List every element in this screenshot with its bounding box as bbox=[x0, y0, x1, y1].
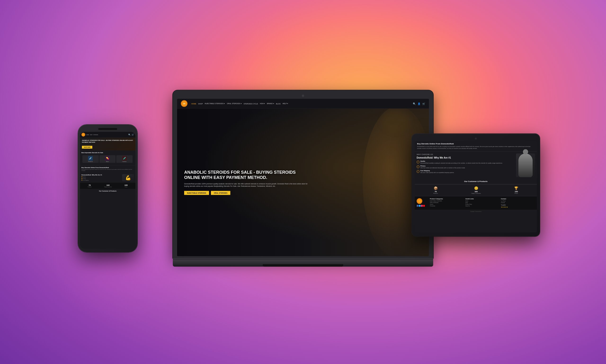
nav-shop[interactable]: SHOP bbox=[198, 103, 203, 104]
quality-dot bbox=[81, 176, 82, 177]
star-3: ★ bbox=[504, 206, 505, 208]
star-5: ★ bbox=[507, 206, 508, 208]
footer-link-privacy[interactable]: Privacy Policy bbox=[465, 204, 500, 205]
tablet-why-image bbox=[516, 153, 535, 177]
phone-privacy-label: Privacy bbox=[83, 178, 86, 179]
tablet-social-icons: f t i y bbox=[417, 205, 428, 207]
phone-cat-testosterone-label: Testosterone bbox=[83, 161, 98, 162]
trustpilot-section: Trustpilot ★ ★ ★ ★ ★ bbox=[501, 204, 535, 208]
phone-customers-title: Our Customer & Products bbox=[81, 190, 134, 192]
phone-stat-customers: 160 Happy Customers bbox=[104, 184, 112, 187]
nav-user-icon[interactable]: 👤 bbox=[418, 102, 421, 105]
shipping-dot bbox=[81, 180, 82, 181]
hero-content: ANABOLIC STEROIDS FOR SALE - BUYING STER… bbox=[177, 165, 316, 199]
footer-anavar[interactable]: Anavar bbox=[430, 204, 464, 205]
phone-cat-anavar-label: Anavar bbox=[100, 161, 115, 162]
footer-injectable[interactable]: INJECTABLE STEROIDS bbox=[430, 200, 464, 202]
facebook-icon[interactable]: f bbox=[417, 205, 419, 207]
footer-contact-title: Contact bbox=[501, 198, 535, 199]
nav-hgh[interactable]: HGH ▾ bbox=[260, 103, 265, 104]
nav-injectable-steroids[interactable]: INJECTABLE STEROIDS ▾ bbox=[205, 103, 225, 104]
tablet-top-section: Buy Steroids Online From DomesticRoid Do… bbox=[415, 141, 537, 152]
hero-buttons: INJECTABLE STEROIDS ORAL STEROIDS bbox=[184, 191, 308, 195]
laptop-web-content: DR HOME SHOP INJECTABLE STEROIDS ▾ ORAL … bbox=[177, 99, 429, 256]
tablet-footer-links: Useful Links Home Shop Privacy Policy Ab… bbox=[465, 198, 500, 208]
tablet-why-text: WHY CHOOSE US DomesticRoid: Why We Are #… bbox=[417, 153, 514, 177]
phone-stats: 70 Products 160 Happy Customers 100 Orde… bbox=[80, 183, 135, 189]
orders-stat-icon: 🏆 bbox=[514, 186, 518, 190]
hero-subtitle: DomesticRoid provides 100% premium quali… bbox=[184, 182, 308, 187]
twitter-icon[interactable]: t bbox=[419, 205, 421, 207]
tablet-stats: 📦 70 Products 😊 160 Happy Customers 🏆 10… bbox=[415, 184, 537, 196]
phone-shop-button[interactable]: SHOP NOW bbox=[82, 145, 92, 148]
phone-hero-title: ANABOLIC STEROIDS FOR SALE - BUYING STER… bbox=[82, 140, 133, 143]
tablet-web-content: Buy Steroids Online From DomesticRoid Do… bbox=[415, 141, 537, 233]
quality-feature-icon: ✓ bbox=[417, 160, 420, 163]
footer-email: ✉ Email bbox=[501, 202, 535, 203]
tablet-footer-contact: Contact 📞 Phone ✉ Email Trustpilot ★ ★ ★… bbox=[501, 198, 535, 208]
hero-athlete-area bbox=[303, 109, 429, 256]
testosterone-icon: 💉 bbox=[88, 156, 93, 160]
footer-oral[interactable]: ORAL STEROIDS bbox=[430, 202, 464, 203]
phone-logo bbox=[81, 133, 85, 137]
nav-blog[interactable]: BLOG bbox=[276, 103, 280, 104]
phone-why-shipping: Fast Shipping bbox=[81, 180, 121, 181]
phone-device: HOME SHOP STEROIDS 🔍 🛒 ANABOLIC STEROIDS… bbox=[78, 125, 137, 252]
phone-stat-products-number: 70 bbox=[88, 184, 92, 186]
nav-help[interactable]: HELP ▾ bbox=[282, 103, 288, 104]
privacy-feature-desc: All of our orders are delivered discreet… bbox=[421, 167, 465, 169]
footer-link-about[interactable]: About Us bbox=[465, 206, 500, 207]
phone-stat-products-label: Products bbox=[88, 186, 92, 187]
nav-steroids-cycle[interactable]: STEROIDS CYCLE bbox=[244, 103, 258, 104]
phone-cat-trenbolone[interactable]: 🧪 Trenbolone bbox=[116, 155, 132, 163]
phone-cat-anavar[interactable]: 💊 Anavar bbox=[99, 155, 116, 163]
tablet-feature-quality: ✓ Quality DomesticRoid carefully curatin… bbox=[417, 160, 514, 164]
cart-icon[interactable]: 🛒 bbox=[132, 133, 134, 136]
youtube-icon[interactable]: y bbox=[423, 205, 425, 207]
customers-stat-label: Happy Customers bbox=[471, 193, 481, 194]
phone-about-text: DomesticRoid is a truly unique website f… bbox=[81, 169, 134, 171]
tablet-copyright: Copyright © DomesticRoid bbox=[415, 210, 537, 213]
tablet-why-section: WHY CHOOSE US DomesticRoid: Why We Are #… bbox=[415, 152, 537, 179]
privacy-feature-icon: ✓ bbox=[417, 165, 420, 168]
phone-stat-products: 70 Products bbox=[88, 184, 92, 187]
shipping-feature-text: Fast Shipping Get your order quickly wit… bbox=[421, 170, 454, 173]
nav-home[interactable]: HOME bbox=[191, 103, 196, 104]
phone-notch bbox=[98, 128, 117, 130]
footer-primobolan[interactable]: Primobolan bbox=[430, 206, 464, 207]
phone-about-title: Buy Steroids Online From DomesticRoid bbox=[81, 167, 134, 168]
phone-cat-testosterone[interactable]: 💉 Testosterone bbox=[82, 155, 99, 163]
shipping-feature-title: Fast Shipping bbox=[421, 170, 454, 171]
tablet-customers-title: Our Customer & Products bbox=[415, 179, 537, 184]
laptop-camera bbox=[302, 95, 304, 97]
nav-oral-steroids[interactable]: ORAL STEROIDS ▾ bbox=[227, 103, 241, 104]
phone-why-text: DomesticRoid: Why We Are #1 Quality Priv… bbox=[81, 174, 121, 181]
laptop-device: DR HOME SHOP INJECTABLE STEROIDS ▾ ORAL … bbox=[173, 91, 433, 267]
main-scene: HOME SHOP STEROIDS 🔍 🛒 ANABOLIC STEROIDS… bbox=[54, 28, 552, 336]
star-1: ★ bbox=[501, 206, 502, 208]
footer-link-shop[interactable]: Shop bbox=[465, 202, 500, 203]
phone-display: HOME SHOP STEROIDS 🔍 🛒 ANABOLIC STEROIDS… bbox=[80, 132, 135, 249]
star-2: ★ bbox=[502, 206, 503, 208]
nav-cart-icon[interactable]: 🛒 bbox=[422, 102, 425, 105]
privacy-feature-text: Privacy All of our orders are delivered … bbox=[421, 165, 465, 169]
anavar-icon: 💊 bbox=[105, 156, 110, 160]
footer-link-home[interactable]: Home bbox=[465, 200, 500, 202]
oral-steroids-button[interactable]: ORAL STEROIDS bbox=[211, 191, 230, 195]
tablet-stat-orders: 🏆 100 Orders bbox=[514, 186, 518, 194]
products-stat-label: Products bbox=[434, 193, 438, 194]
injectable-steroids-button[interactable]: INJECTABLE STEROIDS bbox=[184, 191, 209, 195]
products-stat-icon: 📦 bbox=[434, 186, 438, 190]
search-icon[interactable]: 🔍 bbox=[128, 133, 131, 136]
tablet-footer-logo bbox=[417, 198, 422, 204]
footer-phone: 📞 Phone bbox=[501, 200, 535, 202]
tablet-section-heading: Buy Steroids Online From DomesticRoid bbox=[417, 143, 535, 145]
phone-nav: HOME SHOP STEROIDS 🔍 🛒 bbox=[80, 132, 135, 138]
phone-web-content: HOME SHOP STEROIDS 🔍 🛒 ANABOLIC STEROIDS… bbox=[80, 132, 135, 249]
nav-brand[interactable]: BRAND ▾ bbox=[267, 103, 274, 104]
nav-search-icon[interactable]: 🔍 bbox=[413, 102, 416, 105]
shipping-feature-icon: ✓ bbox=[417, 170, 420, 173]
privacy-dot bbox=[81, 178, 82, 179]
tablet-device: Buy Steroids Online From DomesticRoid Do… bbox=[412, 134, 540, 236]
instagram-icon[interactable]: i bbox=[421, 205, 423, 207]
